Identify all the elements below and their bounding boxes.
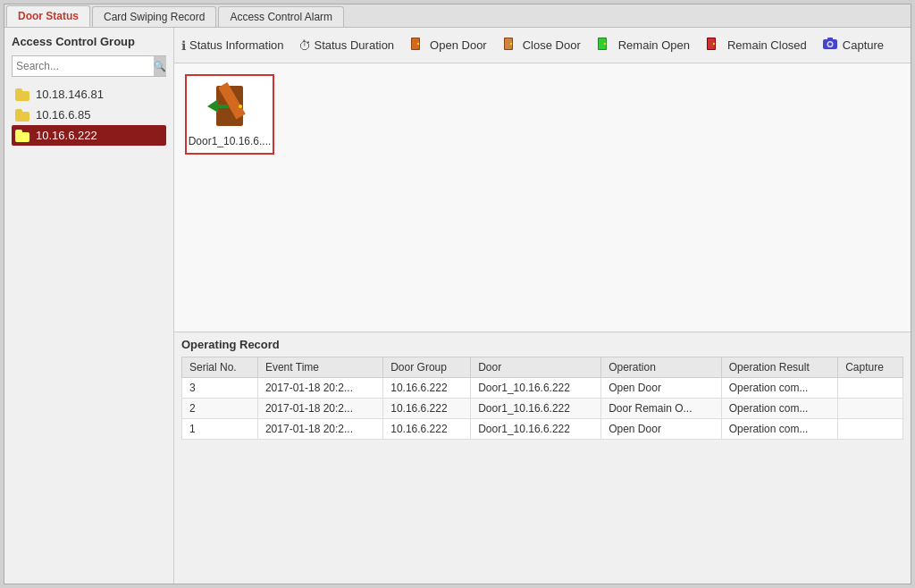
toolbar-status-info[interactable]: ℹ Status Information: [181, 38, 284, 53]
cell-capture-1: [838, 399, 903, 419]
toolbar-label-remain-open: Remain Open: [618, 38, 690, 52]
toolbar-label-capture: Capture: [843, 38, 884, 52]
tab-access-alarm[interactable]: Access Control Alarm: [218, 6, 344, 27]
remain-open-icon: [595, 37, 615, 54]
svg-point-14: [828, 43, 832, 46]
tab-door-status[interactable]: Door Status: [6, 5, 90, 27]
search-box: 🔍: [12, 55, 166, 77]
cell-door-2: Door1_10.16.6.222: [471, 419, 601, 440]
svg-rect-15: [827, 38, 833, 40]
svg-rect-20: [218, 105, 229, 108]
cell-event-time-1: 2017-01-18 20:2...: [257, 399, 382, 419]
door-icon-svg: [198, 81, 261, 135]
svg-marker-19: [207, 99, 218, 113]
col-serial: Serial No.: [182, 357, 258, 378]
sidebar-title: Access Control Group: [12, 35, 166, 48]
cell-event-time-2: 2017-01-18 20:2...: [257, 419, 382, 440]
cell-door-group-1: 10.16.6.222: [383, 399, 471, 419]
sidebar: Access Control Group 🔍 10.18.146.81 10.1…: [4, 28, 174, 584]
folder-icon-3: [15, 130, 31, 142]
sidebar-item-3[interactable]: 10.16.6.222: [12, 125, 166, 146]
sidebar-item-label-2: 10.16.6.85: [36, 108, 90, 122]
main-content: Access Control Group 🔍 10.18.146.81 10.1…: [4, 28, 911, 584]
cell-capture-0: [838, 378, 903, 399]
toolbar-label-status-duration: Status Duration: [315, 38, 395, 52]
svg-point-2: [417, 43, 419, 45]
remain-closed-icon: [704, 37, 724, 54]
cell-operation-0: Open Door: [601, 378, 722, 399]
cell-door-group-0: 10.16.6.222: [383, 378, 471, 399]
tab-bar: Door Status Card Swiping Record Access C…: [4, 4, 911, 28]
table-row: 2 2017-01-18 20:2... 10.16.6.222 Door1_1…: [182, 399, 903, 419]
search-button[interactable]: 🔍: [154, 56, 166, 76]
cell-serial-2: 1: [182, 419, 258, 440]
col-operation-result: Operation Result: [721, 357, 837, 378]
table-row: 3 2017-01-18 20:2... 10.16.6.222 Door1_1…: [182, 378, 903, 399]
close-door-icon: [501, 37, 519, 54]
toolbar-capture[interactable]: Capture: [821, 37, 884, 54]
cell-event-time-0: 2017-01-18 20:2...: [257, 378, 382, 399]
toolbar-remain-open[interactable]: Remain Open: [595, 37, 690, 54]
door-card-1[interactable]: Door1_10.16.6....: [185, 74, 274, 155]
svg-point-5: [510, 43, 512, 45]
app-window: Door Status Card Swiping Record Access C…: [4, 4, 911, 584]
status-duration-icon: ⏱: [298, 38, 311, 53]
folder-icon-2: [15, 109, 31, 122]
toolbar-open-door[interactable]: Open Door: [408, 37, 487, 54]
col-capture: Capture: [838, 357, 903, 378]
toolbar-close-door[interactable]: Close Door: [501, 37, 581, 54]
record-title: Operating Record: [181, 338, 903, 351]
cell-door-1: Door1_10.16.6.222: [471, 399, 601, 419]
toolbar-status-duration[interactable]: ⏱ Status Duration: [298, 38, 395, 53]
cell-serial-0: 3: [182, 378, 258, 399]
open-door-icon: [408, 37, 426, 54]
record-section: Operating Record Serial No. Event Time D…: [174, 332, 911, 443]
sidebar-item-label-3: 10.16.6.222: [36, 129, 97, 142]
cell-door-group-2: 10.16.6.222: [383, 419, 471, 440]
cell-operation-2: Open Door: [601, 419, 722, 440]
record-table: Serial No. Event Time Door Group Door Op…: [181, 357, 903, 440]
door-card-label-1: Door1_10.16.6....: [189, 135, 272, 147]
tab-card-swiping[interactable]: Card Swiping Record: [92, 6, 216, 27]
col-operation: Operation: [601, 357, 722, 378]
capture-icon: [821, 37, 839, 54]
cell-result-1: Operation com...: [721, 399, 837, 419]
col-event-time: Event Time: [257, 357, 382, 378]
cell-result-2: Operation com...: [721, 419, 837, 440]
toolbar-label-status-info: Status Information: [189, 38, 284, 52]
table-row: 1 2017-01-18 20:2... 10.16.6.222 Door1_1…: [182, 419, 903, 440]
svg-point-11: [713, 43, 715, 45]
sidebar-item-2[interactable]: 10.16.6.85: [12, 105, 166, 125]
status-info-icon: ℹ: [181, 38, 186, 53]
sidebar-item-1[interactable]: 10.18.146.81: [12, 84, 166, 105]
folder-icon-1: [15, 88, 31, 101]
toolbar-label-close-door: Close Door: [523, 38, 581, 52]
cell-door-0: Door1_10.16.6.222: [471, 378, 601, 399]
door-grid: Door1_10.16.6....: [174, 63, 911, 332]
svg-point-18: [239, 105, 242, 108]
toolbar: ℹ Status Information ⏱ Status Duration: [174, 28, 911, 63]
right-panel: ℹ Status Information ⏱ Status Duration: [174, 28, 911, 584]
cell-capture-2: [838, 419, 903, 440]
col-door: Door: [471, 357, 601, 378]
sidebar-item-label-1: 10.18.146.81: [36, 88, 104, 101]
cell-serial-1: 2: [182, 399, 258, 419]
svg-point-8: [604, 43, 606, 45]
cell-operation-1: Door Remain O...: [601, 399, 722, 419]
toolbar-label-open-door: Open Door: [430, 38, 487, 52]
cell-result-0: Operation com...: [721, 378, 837, 399]
table-header-row: Serial No. Event Time Door Group Door Op…: [182, 357, 903, 378]
toolbar-label-remain-closed: Remain Closed: [727, 38, 807, 52]
toolbar-remain-closed[interactable]: Remain Closed: [704, 37, 807, 54]
col-door-group: Door Group: [383, 357, 471, 378]
search-input[interactable]: [13, 58, 154, 74]
